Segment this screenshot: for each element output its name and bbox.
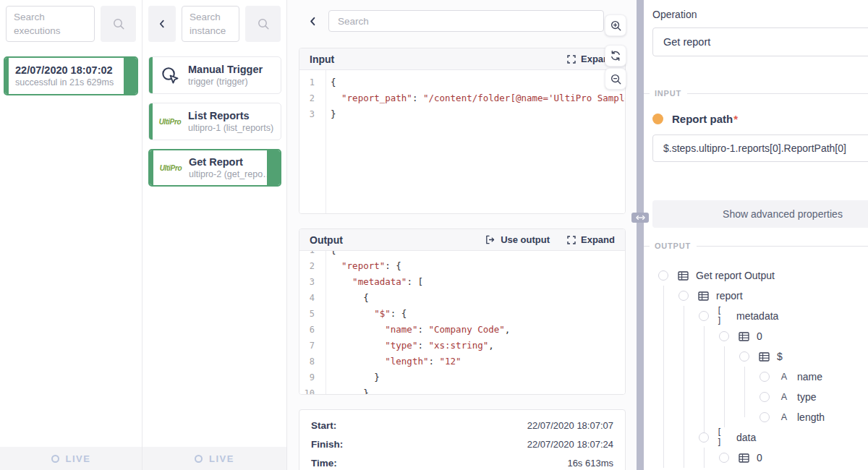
execution-result: successful in 21s 629ms xyxy=(15,77,118,87)
steps-list: Manual Triggertrigger (trigger)UltiProLi… xyxy=(142,48,286,187)
line-number: 1 xyxy=(299,74,320,90)
code-line: 9 } xyxy=(299,369,625,385)
object-icon xyxy=(737,332,750,341)
step-subtitle: ultipro-2 (get_repo… xyxy=(189,169,272,179)
live-label: LIVE xyxy=(209,453,234,464)
tree-node-radio[interactable] xyxy=(719,453,729,463)
code-line: 7 "type": "xs:string", xyxy=(299,338,625,354)
divider-drag-handle[interactable] xyxy=(631,213,649,223)
output-schema-tree: Get report Outputreport[ ]metadata0$Anam… xyxy=(652,265,868,468)
stat-value: 22/07/2020 18:07:24 xyxy=(527,439,613,450)
step-card-get-report[interactable]: UltiProGet Reportultipro-2 (get_repo… xyxy=(148,149,281,187)
chevron-left-icon xyxy=(307,16,318,27)
step-card-manual-trigger[interactable]: Manual Triggertrigger (trigger) xyxy=(148,56,281,94)
input-section-header: Input Expand xyxy=(299,48,625,70)
zoom-in-button[interactable] xyxy=(605,14,626,36)
input-code-editor[interactable]: 1{2 "report_path": "/content/folder[@nam… xyxy=(299,70,625,214)
use-output-button[interactable]: Use output xyxy=(485,234,550,245)
code-line: 3} xyxy=(299,106,625,122)
tree-node-label: 0 xyxy=(757,452,762,463)
zoom-out-button[interactable] xyxy=(605,68,626,90)
operation-select[interactable]: Get report xyxy=(652,27,868,56)
manual-trigger-icon xyxy=(152,66,188,85)
live-label: LIVE xyxy=(66,453,91,464)
report-path-field-row: Report path * xyxy=(652,113,868,125)
tree-node-0[interactable]: 0 xyxy=(652,326,868,346)
output-section-label: OUTPUT xyxy=(655,242,691,250)
tree-node-label: report xyxy=(716,290,743,302)
step-title: Get Report xyxy=(189,156,272,168)
code-line: 1{ xyxy=(299,74,625,90)
tree-node-metadata[interactable]: [ ]metadata xyxy=(652,306,868,326)
object-icon xyxy=(676,271,689,281)
collapse-panel-button[interactable] xyxy=(148,6,176,42)
code-line: 3 "metadata": [ xyxy=(299,274,625,290)
show-advanced-properties-button[interactable]: Show advanced properties xyxy=(652,200,868,228)
stat-label: Finish: xyxy=(311,439,343,450)
tree-node-0[interactable]: 0 xyxy=(652,448,868,468)
required-marker: * xyxy=(733,113,738,125)
refresh-button[interactable] xyxy=(605,45,626,67)
string-icon: A xyxy=(778,392,791,402)
input-section-divider: INPUT xyxy=(644,89,868,98)
steps-search-input[interactable]: Search instance xyxy=(182,6,239,42)
live-indicator-icon xyxy=(195,455,203,463)
tree-node-name[interactable]: Aname xyxy=(652,367,868,387)
line-number: 6 xyxy=(299,322,320,338)
tree-node-report[interactable]: report xyxy=(652,286,868,306)
step-title: Manual Trigger xyxy=(188,64,263,75)
input-section-label: INPUT xyxy=(655,89,681,98)
tree-node-type[interactable]: Atype xyxy=(652,387,868,407)
tree-node-length[interactable]: Alength xyxy=(652,407,868,427)
line-number: 2 xyxy=(299,90,320,106)
step-subtitle: ultipro-1 (list_reports) xyxy=(188,123,273,133)
ultipro-icon: UltiPro xyxy=(153,164,189,172)
zoom-in-icon xyxy=(610,20,622,32)
properties-panel: Operation Get report INPUT Report path *… xyxy=(644,0,868,470)
zoom-controls xyxy=(605,14,626,90)
executions-search-input[interactable]: Search executions xyxy=(6,6,95,42)
code-line: 5 "$": { xyxy=(299,306,625,322)
tree-node-radio[interactable] xyxy=(719,331,729,341)
tree-node-get-report-output[interactable]: Get report Output xyxy=(652,265,868,286)
tree-node-radio[interactable] xyxy=(678,291,689,301)
tree-node-radio[interactable] xyxy=(699,311,709,321)
field-status-dot xyxy=(652,114,663,124)
debug-back-button[interactable] xyxy=(307,16,318,27)
tree-node-radio[interactable] xyxy=(760,392,770,402)
code-line: 8 "length": "12" xyxy=(299,354,625,369)
string-icon: A xyxy=(778,372,791,382)
step-card-list-reports[interactable]: UltiProList Reportsultipro-1 (list_repor… xyxy=(148,103,281,140)
tree-node-radio[interactable] xyxy=(739,351,749,362)
output-code-viewer[interactable]: 1{2 "report": {3 "metadata": [4 {5 "$": … xyxy=(299,251,625,395)
tree-node-radio[interactable] xyxy=(760,412,770,422)
tree-node-radio[interactable] xyxy=(760,372,770,382)
object-icon xyxy=(697,291,710,301)
steps-panel: Search instance Manual Triggertrigger (t… xyxy=(142,0,287,470)
executions-live-toggle[interactable]: LIVE xyxy=(51,453,91,464)
executions-search-button[interactable] xyxy=(101,6,136,42)
execution-card[interactable]: 22/07/2020 18:07:02 successful in 21s 62… xyxy=(4,56,138,95)
string-icon: A xyxy=(778,412,791,422)
stat-value: 16s 613ms xyxy=(567,458,613,469)
line-number: 9 xyxy=(299,369,320,385)
code-line: 6 "name": "Company Code", xyxy=(299,322,625,338)
line-number: 7 xyxy=(299,338,320,354)
code-line: 2 "report": { xyxy=(299,258,625,274)
output-expand-button[interactable]: Expand xyxy=(567,234,615,245)
tree-node-radio[interactable] xyxy=(658,270,668,281)
input-section-title: Input xyxy=(310,54,334,65)
steps-search-button[interactable] xyxy=(245,6,281,42)
debug-search-input[interactable]: Search xyxy=(328,10,604,32)
tree-node-[interactable]: $ xyxy=(652,346,868,367)
tree-node-radio[interactable] xyxy=(699,432,709,443)
steps-live-toggle[interactable]: LIVE xyxy=(195,453,234,464)
line-number: 4 xyxy=(299,290,320,306)
debug-search-placeholder: Search xyxy=(338,14,369,28)
tree-node-data[interactable]: [ ]data xyxy=(652,427,868,448)
step-status-strip xyxy=(149,103,153,140)
debug-search-row: Search xyxy=(287,0,637,42)
stat-row-finish: Finish:22/07/2020 18:07:24 xyxy=(311,435,613,453)
report-path-input[interactable]: $.steps.ultipro-1.reports[0].ReportPath[… xyxy=(652,134,868,162)
object-icon xyxy=(757,352,770,362)
